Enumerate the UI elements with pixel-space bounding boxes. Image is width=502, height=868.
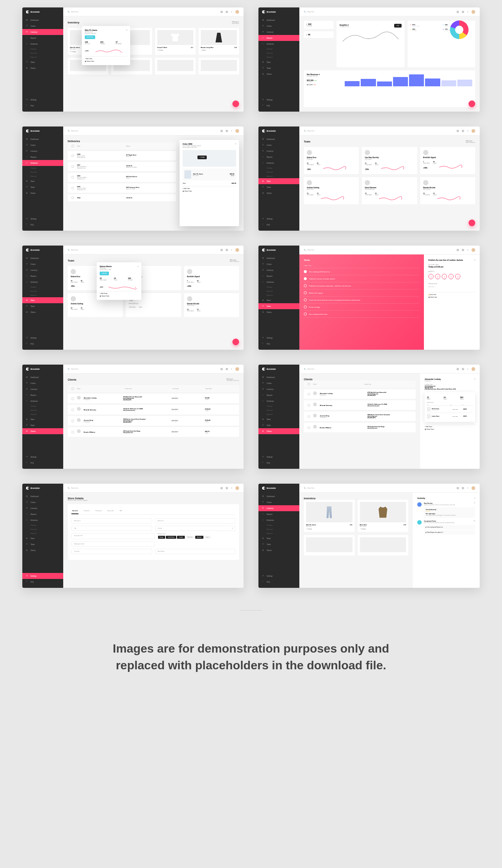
edit-profile-button[interactable]: ✎ Edit Profile [100,293,107,294]
edit-client-button[interactable]: ✎ Edit Client [425,426,432,427]
delete-task-button[interactable]: 🗑 Delete Task [428,297,437,298]
checkbox[interactable] [71,165,74,168]
nav-dashboard[interactable]: ▦Dashboard [22,17,63,23]
nav-returned[interactable]: Returned [22,51,63,55]
close-icon[interactable]: × [235,143,236,145]
delete-client-button[interactable]: 🗑 Delete Client [425,429,434,430]
task-checkbox[interactable] [304,277,307,280]
nav-faq[interactable]: ?FAQ [22,103,63,109]
fab[interactable] [469,220,475,226]
nav-tasks[interactable]: ☑Tasks [258,65,299,71]
sidebar: Brinhildr ▦Dashboard ☰Orders ⊞Inventory … [258,7,299,112]
store-line1-input[interactable]: Store line 1 [71,518,152,523]
close-icon[interactable]: × [474,497,475,499]
close-icon[interactable]: × [138,265,138,268]
edit-order-button[interactable]: ✎ Edit Order [85,58,92,60]
nav-deliveries[interactable]: ◇Deliveries [22,41,63,47]
nav-team[interactable]: ◉Team [258,59,299,65]
search-input[interactable]: 🔍 Search for... [68,11,218,13]
nav-pending[interactable]: Pending [22,47,63,51]
checkbox[interactable] [71,176,74,179]
screen-inventory-popup: Brinhildr ▦Dashboard ☰Orders ⊞Inventory … [22,7,244,112]
nav-deliveries[interactable]: ◇Deliveries [258,41,299,47]
product-card[interactable]: Slim Fit Jeans$38 Men, Jeans ↗ Trending [304,500,355,532]
assignee-avatar[interactable]: ✓ [455,274,460,279]
checkbox[interactable] [71,196,74,199]
search-input[interactable]: 🔍 Search for... [304,11,454,13]
topbar: 🔍 Search for... ⋮ [63,7,244,16]
product-card[interactable] [155,58,196,74]
delete-button[interactable]: 🗑 Delete Order [183,190,192,192]
delete-profile-button[interactable]: 🗑 Delete Profile [100,295,109,297]
notes-input[interactable]: Write here... [428,285,475,289]
nav-dashboard[interactable]: ▦Dashboard [258,17,299,23]
task-checkbox[interactable] [304,270,307,273]
search-input[interactable]: 🔍 Search for... [68,130,218,132]
calendar-icon[interactable] [221,11,223,13]
country-select[interactable]: Country ▾ [155,526,236,531]
save-task-button[interactable]: 🔒 Save Task [428,294,436,295]
product-card[interactable]: Mosaic Long Skirt$38 → Normal [199,28,239,55]
close-icon[interactable]: × [474,378,475,380]
task-checkbox[interactable] [304,284,307,287]
product-card[interactable] [199,58,239,74]
nav-rejected[interactable]: Rejected [22,55,63,59]
task-checkbox[interactable] [304,291,307,294]
postcode-input[interactable]: Postcode / ZIP [71,533,155,539]
assignee-avatar[interactable]: ✓ [435,274,440,279]
city-input[interactable]: City [71,526,152,531]
delete-order-button[interactable]: 🗑 Delete Order [85,61,94,62]
task-checkbox[interactable] [304,313,307,316]
edit-button[interactable]: ✎ Edit Order [183,188,190,189]
currency-input[interactable]: Currency [71,549,152,554]
product-card[interactable]: Blue Shirt$38 Men, Jackets ↗ Trending [358,500,409,532]
nav-reports[interactable]: ∿Reports [258,35,299,41]
assignee-avatar[interactable]: ✓ [442,274,447,279]
task-icon [417,520,422,525]
tab-products[interactable]: Products [83,508,90,514]
tab-api[interactable]: API [119,508,123,514]
close-icon[interactable]: × [474,259,475,261]
store-line2-input[interactable]: Store line 2 [155,518,236,523]
filter-dropdown[interactable]: Filter by ▾Best Sellers [232,21,239,24]
tab-general[interactable]: General [71,508,78,514]
close-icon[interactable]: × [126,29,127,31]
fab[interactable] [232,339,239,345]
fab[interactable] [469,100,475,107]
task-checkbox[interactable] [304,298,307,301]
nav-inventory[interactable]: ⊞Inventory [22,29,63,35]
nav-orders[interactable]: ☰Orders [22,23,63,29]
shipping-input[interactable]: Shipping Location [71,541,155,547]
notice-input[interactable]: Store Notice [155,549,236,554]
client-detail-panel: Alexander Ludwig× Entrepreneur CONTACT I… [420,374,480,469]
nav-settings[interactable]: ⚙Settings [22,97,63,103]
assignee-avatar[interactable]: ✓ [448,274,454,279]
order-detail-panel: Order #968× Sent via FedEx, 10/12/2017 a… [180,140,239,226]
nav-orders[interactable]: ☰Orders [258,23,299,29]
nav-tasks[interactable]: ☑Tasks [22,59,63,65]
screen-inventory-activity: Brinhildr ▦Dashboard ☰Orders ⊞Inventory … [258,484,480,588]
map[interactable]: 7:12 AM [183,150,236,167]
add-task-input[interactable]: + Add a task... [304,263,419,268]
avatar[interactable] [235,10,239,14]
page-title: Inventory [68,21,80,24]
stat-card: ↓ 38 [304,31,334,38]
product-card[interactable]: Casual T-Shirt$29 ↗ Trending [155,28,196,55]
task-checkbox[interactable] [304,305,307,308]
fab-add[interactable] [232,100,239,107]
screen-tasks: Brinhildr ▦Dashboard ☰Orders ⊞Inventory … [258,246,480,350]
screen-deliveries: Brinhildr ▦Dashboard ☰Orders ⊞Inventory … [22,126,244,231]
checkbox[interactable] [71,154,74,157]
nav-clients[interactable]: ◉Clients [258,71,299,77]
nav-reports[interactable]: ∿Reports [22,35,63,41]
nav-inventory[interactable]: ⊞Inventory [258,29,299,35]
nav-clients[interactable]: ◉Clients [22,65,63,71]
logo: Brinhildr [22,10,63,17]
tab-checkout[interactable]: Checkout [95,508,103,514]
screen-settings: Brinhildr ▦Dashboard ☰Orders ⊞Inventory … [22,484,244,588]
checkbox[interactable] [71,187,74,189]
bar-chart [345,73,472,86]
assignee-avatar[interactable]: ✓ [428,274,434,279]
tab-accounts[interactable]: Accounts [107,508,115,514]
bell-icon[interactable] [226,11,228,13]
